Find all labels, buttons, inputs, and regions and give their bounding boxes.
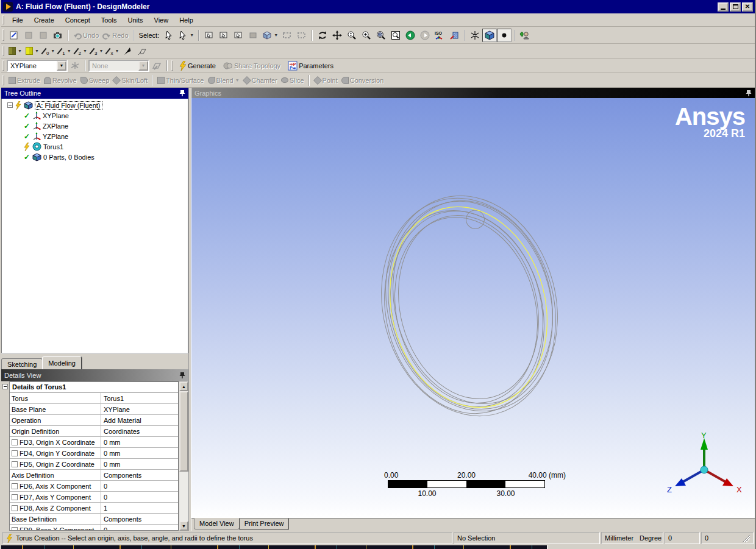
revolve-button[interactable]: Revolve [42,74,79,87]
chamfer-button[interactable]: Chamfer [241,74,279,87]
display-plane-button[interactable]: ▼ [7,44,24,58]
generate-button[interactable]: Generate [176,59,219,73]
toolbar-grip[interactable] [2,29,4,41]
skin-loft-button[interactable]: Skin/Loft [111,74,149,87]
scroll-up-button[interactable]: ▲ [179,381,188,391]
tree-item-yzplane[interactable]: ✓ YZPlane [2,131,188,141]
box-zoom-button[interactable] [388,29,403,42]
flood-select-button[interactable] [294,29,309,42]
select-faces-button[interactable] [231,29,246,42]
tab-model-view[interactable]: Model View [194,518,240,530]
extend-selection-button[interactable] [280,29,294,42]
table-row[interactable]: TorusTorus1 [10,393,178,404]
plane-view-button[interactable] [447,29,462,42]
checkbox[interactable] [12,461,18,467]
display-model-button[interactable]: ▼ [24,44,41,58]
slice-button[interactable]: Slice [279,74,306,87]
scroll-thumb[interactable] [179,391,188,472]
new-sketch-button[interactable] [7,29,21,42]
menu-units[interactable]: Units [122,15,148,25]
table-row[interactable]: Axis DefinitionComponents [10,470,178,481]
zoom-button[interactable] [344,29,359,42]
collapse-icon[interactable] [7,102,13,108]
checkbox[interactable] [12,450,18,456]
conversion-button[interactable]: Conversion [340,74,386,87]
active-plane-selector[interactable]: XYPlane ▼ [7,60,68,72]
checkbox[interactable] [12,483,18,489]
table-row[interactable]: FD8, Axis Z Component1 [10,503,178,514]
app-icon[interactable] [3,2,13,12]
image-capture-button[interactable] [51,29,65,42]
extrude-button[interactable]: Extrude [7,74,42,87]
redo-button[interactable]: Redo [101,29,130,42]
maximize-button[interactable] [730,2,741,12]
coordinate-system-3-button[interactable]: 3▼ [89,44,105,58]
select-bodies-button[interactable] [246,29,260,42]
disabled-tool-button[interactable] [21,29,36,42]
vertices-toggle-button[interactable] [497,29,512,42]
undo-button[interactable]: Undo [71,29,101,42]
zoom-in-button[interactable] [359,29,374,42]
chevron-down-icon[interactable]: ▼ [138,61,148,71]
table-row[interactable]: Origin DefinitionCoordinates [10,426,178,437]
menu-create[interactable]: Create [29,15,60,25]
coordinate-system-x-button[interactable]: x▼ [105,44,121,58]
menu-help[interactable]: Help [174,15,199,25]
coordinate-system-0-button[interactable]: 0▼ [41,44,57,58]
selection-filter-button[interactable]: ▼ [260,29,280,42]
table-row[interactable]: Base PlaneXYPlane [10,404,178,415]
menu-concept[interactable]: Concept [60,15,96,25]
table-row[interactable]: FD4, Origin Y Coordinate0 mm [10,448,178,459]
select-mode-button[interactable]: ▼ [176,29,196,42]
pin-icon[interactable] [746,90,752,97]
graphics-canvas[interactable]: Ansys 2024 R1 0.00 20.00 40.00 (mm) 10.0… [191,98,755,518]
scroll-track[interactable] [179,391,188,521]
tree-item-torus1[interactable]: Torus1 [2,141,188,152]
previous-view-button[interactable] [403,29,418,42]
tree-item-parts-bodies[interactable]: ✓ 0 Parts, 0 Bodies [2,152,188,162]
next-view-button[interactable] [418,29,432,42]
select-edges-button[interactable] [216,29,231,42]
new-plane-button[interactable] [68,59,82,73]
pin-icon[interactable] [179,372,185,379]
point-button[interactable]: Point [312,74,340,87]
tab-sketching[interactable]: Sketching [1,358,43,369]
table-row[interactable]: Base DefinitionComponents [10,514,178,525]
new-sketch-generate-button[interactable] [149,59,164,73]
disabled-tool-button[interactable] [36,29,51,42]
resize-grip[interactable] [741,534,750,542]
toolbar-grip[interactable] [171,60,173,70]
table-row[interactable]: FD3, Origin X Coordinate0 mm [10,437,178,448]
collapse-icon[interactable] [2,384,8,389]
vertex-display-button[interactable] [135,44,150,58]
thin-surface-button[interactable]: Thin/Surface [155,74,205,87]
tree-item-xyplane[interactable]: ✓ XYPlane [2,110,188,121]
toolbar-grip[interactable] [2,46,4,55]
details-scrollbar[interactable]: ▲ ▼ [179,381,188,531]
menu-view[interactable]: View [149,15,174,25]
minimize-button[interactable] [718,2,729,12]
close-button[interactable]: ✕ [742,2,753,12]
tree-root[interactable]: A: Fluid Flow (Fluent) [2,100,188,110]
active-sketch-selector[interactable]: None ▼ [88,60,149,72]
sweep-button[interactable]: Sweep [79,74,112,87]
orientation-triad[interactable]: Y X Z [665,432,744,502]
checkbox[interactable] [12,439,18,445]
table-row[interactable]: FD7, Axis Y Component0 [10,492,178,503]
table-row[interactable]: FD5, Origin Z Coordinate0 mm [10,459,178,470]
table-row[interactable]: FD6, Axis X Component0 [10,481,178,492]
chevron-down-icon[interactable]: ▼ [57,61,66,71]
checkbox[interactable] [12,494,18,500]
rotate-button[interactable] [315,29,330,42]
scroll-down-button[interactable]: ▼ [179,521,188,531]
shaded-view-button[interactable] [482,29,497,42]
zoom-to-fit-button[interactable] [374,29,388,42]
new-selection-button[interactable] [162,29,176,42]
tab-modeling[interactable]: Modeling [42,356,82,369]
pan-button[interactable] [330,29,344,42]
tree-item-zxplane[interactable]: ✓ ZXPlane [2,121,188,131]
titlebar[interactable]: A: Fluid Flow (Fluent) - DesignModeler ✕ [1,0,755,13]
blend-button[interactable]: Blend▼ [206,74,241,87]
coordinate-system-2-button[interactable]: 2▼ [73,44,89,58]
table-row[interactable]: FD9, Base X Component0 [10,525,178,531]
